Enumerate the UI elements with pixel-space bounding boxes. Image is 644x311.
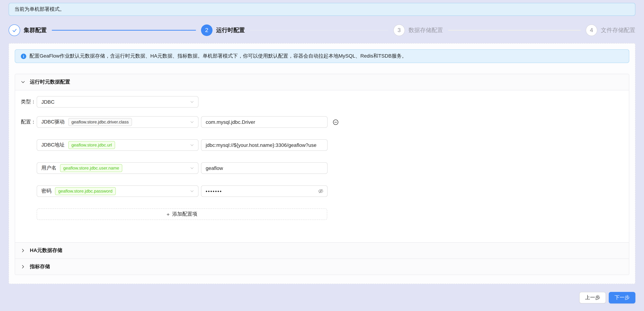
config-key-tag: geaflow.store.jdbc.driver.class xyxy=(68,118,132,126)
type-select[interactable]: JDBC xyxy=(37,96,198,108)
type-select-value: JDBC xyxy=(41,99,54,105)
panel-header-runtime-metadata[interactable]: 运行时元数据配置 xyxy=(15,74,629,90)
minus-circle-icon[interactable] xyxy=(332,119,339,125)
type-row: 类型： JDBC xyxy=(21,96,623,108)
plus-icon: + xyxy=(166,211,170,217)
step-connector xyxy=(250,30,388,31)
config-key-select[interactable]: 密码 geaflow.store.jdbc.password xyxy=(37,185,198,197)
step-title: 集群配置 xyxy=(24,27,47,34)
config-value-input[interactable]: geaflow xyxy=(201,162,328,174)
config-value-text: geaflow xyxy=(206,165,223,171)
password-masked-value: ••••••• xyxy=(206,188,222,194)
panel-body-runtime-metadata: 类型： JDBC 配置： JDBC驱动 geaflo xyxy=(15,90,629,242)
banner-text: 当前为单机部署模式。 xyxy=(14,6,65,13)
chevron-right-icon xyxy=(21,248,25,253)
config-value-input[interactable]: com.mysql.jdbc.Driver xyxy=(201,116,328,128)
config-card: i 配置GeaFlow作业默认元数据存储，含运行时元数据、HA元数据、指标数据。… xyxy=(9,43,635,284)
step-cluster-config[interactable]: 集群配置 xyxy=(9,25,201,36)
chevron-right-icon xyxy=(21,264,25,269)
panel-header-metrics-store[interactable]: 指标存储 xyxy=(15,259,629,275)
chevron-down-icon xyxy=(190,143,194,147)
config-value-text: jdbc:mysql://${your.host.name}:3306/geaf… xyxy=(206,142,316,148)
config-key-label: 密码 xyxy=(41,188,52,194)
config-key-tag: geaflow.store.jdbc.url xyxy=(68,141,115,149)
step-runtime-config[interactable]: 2 运行时配置 xyxy=(201,25,394,36)
wizard-footer: 上一步 下一步 xyxy=(9,292,635,303)
config-key-label: JDBC驱动 xyxy=(41,119,64,125)
chevron-down-icon xyxy=(190,189,194,193)
previous-step-button[interactable]: 上一步 xyxy=(579,292,606,303)
next-step-button[interactable]: 下一步 xyxy=(609,292,635,303)
panel-title: HA元数据存储 xyxy=(30,247,62,254)
config-key-select[interactable]: JDBC地址 geaflow.store.jdbc.url xyxy=(37,139,198,151)
step-connector xyxy=(448,30,581,31)
chevron-down-icon xyxy=(190,120,194,124)
step-connector xyxy=(52,30,196,31)
config-key-select[interactable]: 用户名 geaflow.store.jdbc.user.name xyxy=(37,162,198,174)
step-data-storage-config: 3 数据存储配置 xyxy=(394,25,586,36)
config-key-tag: geaflow.store.jdbc.password xyxy=(55,187,116,195)
stepper: 集群配置 2 运行时配置 3 数据存储配置 4 文件存储配置 xyxy=(9,25,635,36)
panel-title: 运行时元数据配置 xyxy=(30,79,70,85)
type-label: 类型： xyxy=(21,99,35,105)
standalone-mode-banner: 当前为单机部署模式。 xyxy=(9,3,635,16)
panel-title: 指标存储 xyxy=(30,263,50,270)
config-row-username: 用户名 geaflow.store.jdbc.user.name geaflow xyxy=(21,162,623,174)
step-title: 文件存储配置 xyxy=(601,27,635,34)
step-number-icon: 2 xyxy=(201,25,212,36)
panel-runtime-metadata: 运行时元数据配置 类型： JDBC xyxy=(15,74,629,242)
step-number-icon: 3 xyxy=(394,25,405,36)
config-key-tag: geaflow.store.jdbc.user.name xyxy=(60,164,122,172)
collapse-group: 运行时元数据配置 类型： JDBC xyxy=(15,74,629,275)
add-config-item-button[interactable]: + 添加配置项 xyxy=(37,208,327,220)
config-key-label: 用户名 xyxy=(41,165,56,171)
config-row-password: 密码 geaflow.store.jdbc.password ••••••• xyxy=(21,185,623,197)
panel-ha-metadata: HA元数据存储 xyxy=(15,242,629,258)
config-value-input[interactable]: jdbc:mysql://${your.host.name}:3306/geaf… xyxy=(201,139,328,151)
eye-invisible-icon[interactable] xyxy=(318,188,324,194)
step-title: 运行时配置 xyxy=(216,27,245,34)
config-key-label: JDBC地址 xyxy=(41,142,64,148)
panel-metrics-store: 指标存储 xyxy=(15,258,629,275)
config-row-url: JDBC地址 geaflow.store.jdbc.url jdbc:mysql… xyxy=(21,139,623,151)
password-input[interactable]: ••••••• xyxy=(201,185,328,197)
chevron-down-icon xyxy=(190,100,194,104)
config-row-driver: 配置： JDBC驱动 geaflow.store.jdbc.driver.cla… xyxy=(21,116,623,128)
config-label: 配置： xyxy=(21,119,35,125)
step-title: 数据存储配置 xyxy=(408,27,443,34)
info-alert: i 配置GeaFlow作业默认元数据存储，含运行时元数据、HA元数据、指标数据。… xyxy=(15,49,629,63)
info-alert-text: 配置GeaFlow作业默认元数据存储，含运行时元数据、HA元数据、指标数据。单机… xyxy=(30,53,407,59)
chevron-down-icon xyxy=(21,80,25,84)
add-config-item-label: 添加配置项 xyxy=(172,211,198,217)
step-number-icon: 4 xyxy=(586,25,597,36)
panel-header-ha-metadata[interactable]: HA元数据存储 xyxy=(15,243,629,258)
config-key-select[interactable]: JDBC驱动 geaflow.store.jdbc.driver.class xyxy=(37,116,198,128)
step-check-icon xyxy=(9,25,20,36)
deployment-wizard-page: 当前为单机部署模式。 集群配置 2 运行时配置 3 数据存储配置 4 文件存储配… xyxy=(0,3,644,311)
step-file-storage-config: 4 文件存储配置 xyxy=(586,25,635,36)
config-value-text: com.mysql.jdbc.Driver xyxy=(206,119,255,125)
chevron-down-icon xyxy=(190,166,194,170)
info-icon: i xyxy=(21,54,26,59)
